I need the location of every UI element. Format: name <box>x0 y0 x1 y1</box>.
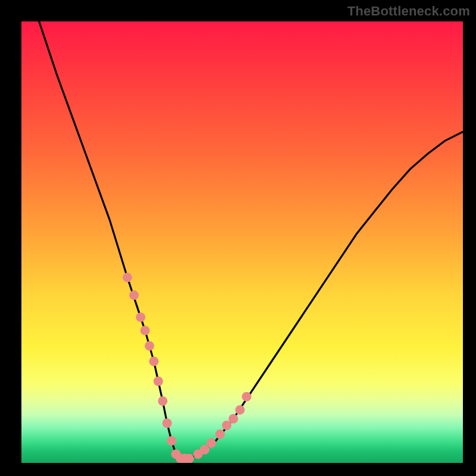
watermark-text: TheBottleneck.com <box>347 4 470 19</box>
curve-marker <box>154 377 163 386</box>
chart-frame: TheBottleneck.com <box>0 0 476 476</box>
curve-marker <box>129 290 139 300</box>
curve-marker <box>145 341 154 350</box>
curve-marker <box>167 436 176 446</box>
curve-marker <box>215 430 225 439</box>
curve-marker <box>235 405 245 415</box>
curve-marker <box>136 312 145 322</box>
curve-marker <box>149 356 159 366</box>
curve-marker <box>140 325 150 335</box>
curve-marker <box>158 396 167 406</box>
curve-marker <box>242 392 251 402</box>
curve-marker <box>123 273 132 282</box>
bottleneck-curve <box>21 21 463 463</box>
curve-marker <box>184 454 194 463</box>
curve-marker <box>206 439 216 448</box>
curve-path <box>39 21 463 459</box>
curve-marker <box>228 414 238 424</box>
plot-area <box>21 21 463 463</box>
curve-marker <box>162 418 172 428</box>
